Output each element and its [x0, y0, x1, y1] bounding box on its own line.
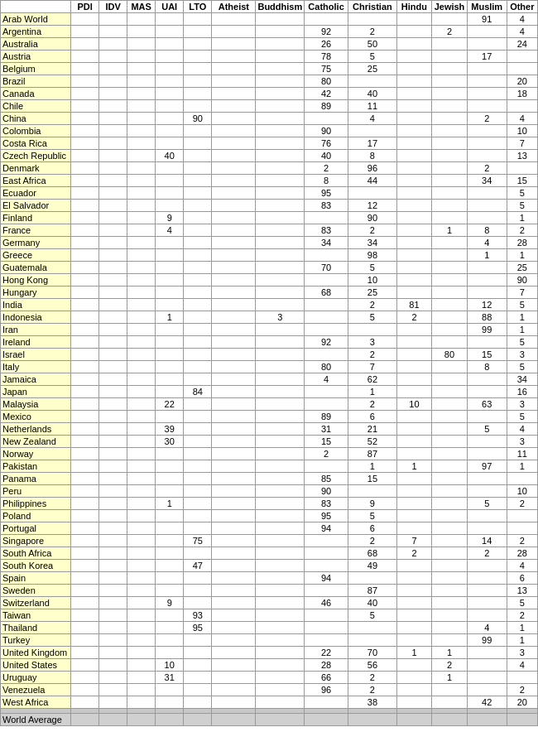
cell-atheist: [212, 113, 256, 125]
cell-other: 15: [507, 175, 537, 187]
cell-mas: [127, 373, 156, 386]
cell-uai: [156, 411, 184, 423]
cell-country: Sweden: [1, 585, 71, 597]
cell-other: 25: [507, 262, 537, 274]
cell-idv: [99, 696, 127, 709]
cell-lto: [184, 162, 212, 175]
cell-uai: [156, 510, 184, 522]
cell-muslim: 12: [467, 299, 507, 311]
cell-catholic: 90: [304, 125, 348, 137]
cell-catholic: [304, 560, 348, 572]
cell-christian: [348, 13, 397, 26]
cell-muslim: 2: [467, 547, 507, 560]
cell-jewish: [432, 373, 468, 386]
cell-jewish: [432, 113, 468, 125]
cell-christian: 2: [348, 26, 397, 38]
cell-idv: [99, 361, 127, 373]
cell-idv: [99, 224, 127, 237]
cell-pdi: [71, 150, 99, 162]
cell-idv: [99, 585, 127, 597]
cell-catholic: 89: [304, 100, 348, 113]
cell-uai: [156, 373, 184, 386]
cell-jewish: [432, 162, 468, 175]
cell-hindu: [396, 510, 432, 522]
cell-uai: [156, 237, 184, 249]
header-pdi: PDI: [71, 1, 99, 13]
cell-catholic: 83: [304, 224, 348, 237]
cell-idv: [99, 535, 127, 547]
cell-country: China: [1, 113, 71, 125]
cell-pdi: [71, 585, 99, 597]
cell-buddhism: [256, 411, 305, 423]
cell-other: 5: [507, 597, 537, 609]
cell-muslim: 4: [467, 237, 507, 249]
cell-country: Turkey: [1, 634, 71, 647]
table-row: Ireland9235: [1, 336, 538, 349]
cell-idv: [99, 522, 127, 535]
cell-mas: [127, 324, 156, 336]
cell-catholic: 94: [304, 522, 348, 535]
cell-buddhism: [256, 175, 305, 187]
cell-buddhism: [256, 274, 305, 287]
cell-idv: [99, 212, 127, 224]
cell-idv: [99, 336, 127, 349]
table-row: Belgium7525: [1, 63, 538, 75]
cell-idv: [99, 460, 127, 473]
cell-idv: [99, 175, 127, 187]
header-atheist: Atheist: [212, 1, 256, 13]
world-average-row: World Average: [1, 714, 538, 726]
cell-jewish: [432, 411, 468, 423]
cell-uai: 9: [156, 212, 184, 224]
cell-pdi: [71, 51, 99, 63]
cell-buddhism: [256, 224, 305, 237]
cell-christian: 5: [348, 609, 397, 622]
table-row: India281125: [1, 299, 538, 311]
cell-other: 90: [507, 274, 537, 287]
cell-hindu: [396, 200, 432, 212]
cell-catholic: [304, 535, 348, 547]
cell-catholic: [304, 634, 348, 647]
cell-hindu: [396, 224, 432, 237]
cell-jewish: 1: [432, 647, 468, 659]
cell-mas: [127, 498, 156, 510]
cell-mas: [127, 200, 156, 212]
cell-jewish: [432, 423, 468, 436]
cell-jewish: [432, 336, 468, 349]
cell-atheist: [212, 361, 256, 373]
cell-other: 5: [507, 411, 537, 423]
cell-pdi: [71, 26, 99, 38]
table-row: China90424: [1, 113, 538, 125]
cell-jewish: [432, 249, 468, 262]
cell-christian: 6: [348, 411, 397, 423]
table-row: Denmark2962: [1, 162, 538, 175]
cell-country: Ecuador: [1, 187, 71, 200]
cell-catholic: 34: [304, 237, 348, 249]
cell-catholic: 31: [304, 423, 348, 436]
header-hindu: Hindu: [396, 1, 432, 13]
table-row: Portugal946: [1, 522, 538, 535]
cell-idv: [99, 274, 127, 287]
cell-other: 18: [507, 88, 537, 100]
cell-mas: [127, 622, 156, 634]
cell-uai: [156, 249, 184, 262]
cell-other: 4: [507, 423, 537, 436]
cell-uai: [156, 696, 184, 709]
cell-hindu: [396, 585, 432, 597]
cell-lto: [184, 448, 212, 460]
cell-mas: [127, 510, 156, 522]
cell-jewish: [432, 634, 468, 647]
cell-hindu: 81: [396, 299, 432, 311]
cell-hindu: 10: [396, 398, 432, 411]
cell-atheist: [212, 336, 256, 349]
cell-country: Iran: [1, 324, 71, 336]
cell-jewish: [432, 38, 468, 51]
cell-other: 2: [507, 224, 537, 237]
cell-atheist: [212, 274, 256, 287]
cell-jewish: [432, 585, 468, 597]
cell-mas: [127, 349, 156, 361]
cell-other: 13: [507, 150, 537, 162]
cell-christian: 5: [348, 311, 397, 324]
cell-jewish: [432, 560, 468, 572]
cell-christian: 4: [348, 113, 397, 125]
cell-idv: [99, 386, 127, 398]
